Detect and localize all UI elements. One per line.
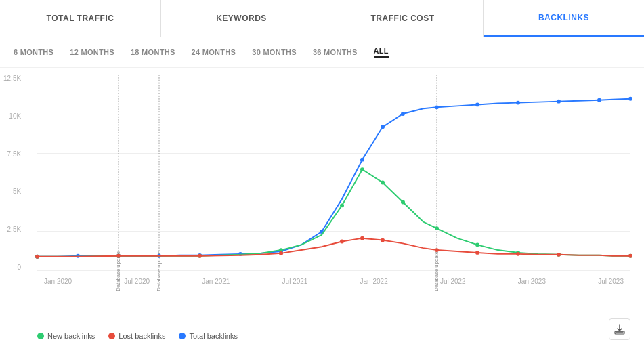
svg-point-28 <box>360 167 364 171</box>
time-filters: 6 MONTHS 12 MONTHS 18 MONTHS 24 MONTHS 3… <box>0 37 644 68</box>
svg-point-15 <box>381 125 385 129</box>
svg-point-38 <box>198 254 202 258</box>
x-label-jan2020: Jan 2020 <box>44 278 72 285</box>
legend-new-backlinks: New backlinks <box>37 332 95 340</box>
svg-point-27 <box>340 203 344 207</box>
y-label-0: 0 <box>18 263 22 271</box>
legend-total-backlinks: Total backlinks <box>179 332 238 340</box>
chart-container: 12.5K 10K 7.5K 5K 2.5K 0 Da <box>37 75 630 291</box>
tab-backlinks[interactable]: BACKLINKS <box>484 0 644 37</box>
filter-12m[interactable]: 12 MONTHS <box>70 48 114 56</box>
total-backlinks-line <box>37 99 630 257</box>
legend-label-lost: Lost backlinks <box>119 332 165 340</box>
legend-dot-new <box>37 333 44 339</box>
svg-point-17 <box>435 105 439 109</box>
legend-label-new: New backlinks <box>47 332 95 340</box>
svg-point-30 <box>401 200 405 205</box>
x-label-jan2022: Jan 2022 <box>360 278 388 285</box>
svg-point-39 <box>279 251 283 255</box>
filter-36m[interactable]: 36 MONTHS <box>313 48 358 56</box>
y-label-10k: 10K <box>9 112 21 120</box>
x-label-jul2023: Jul 2023 <box>598 278 624 285</box>
tab-keywords[interactable]: KEYWORDS <box>161 0 322 37</box>
y-axis: 12.5K 10K 7.5K 5K 2.5K 0 <box>3 75 21 271</box>
svg-point-36 <box>35 255 39 259</box>
x-label-jul2021: Jul 2021 <box>282 278 308 285</box>
legend-lost-backlinks: Lost backlinks <box>108 332 165 340</box>
svg-point-18 <box>475 103 479 107</box>
tab-total-traffic[interactable]: TOTAL TRAFFIC <box>0 0 161 37</box>
y-label-75k: 7.5K <box>7 150 22 158</box>
svg-point-37 <box>116 254 121 258</box>
svg-point-20 <box>557 100 561 104</box>
svg-point-21 <box>597 98 601 102</box>
legend-dot-lost <box>108 333 115 339</box>
svg-point-16 <box>401 112 405 116</box>
x-label-jul2022: Jul 2022 <box>440 278 466 285</box>
svg-point-19 <box>516 101 520 105</box>
filter-18m[interactable]: 18 MONTHS <box>131 48 175 56</box>
export-button[interactable] <box>609 318 630 340</box>
svg-point-43 <box>435 248 439 252</box>
x-label-jul2020: Jul 2020 <box>124 278 150 285</box>
svg-point-44 <box>475 251 479 255</box>
svg-point-45 <box>516 252 520 256</box>
svg-point-22 <box>628 97 632 101</box>
y-label-5k: 5K <box>13 188 21 195</box>
svg-point-40 <box>340 240 344 244</box>
svg-point-41 <box>360 236 364 240</box>
y-label-25k: 2.5K <box>7 226 22 233</box>
svg-point-46 <box>557 253 561 257</box>
legend-label-total: Total backlinks <box>189 332 238 340</box>
filter-6m[interactable]: 6 MONTHS <box>14 48 53 56</box>
filter-all[interactable]: ALL <box>374 47 389 58</box>
x-label-jan2023: Jan 2023 <box>518 278 546 285</box>
y-label-125k: 12.5K <box>3 75 21 82</box>
x-axis: Jan 2020 Jul 2020 Jan 2021 Jul 2021 Jan … <box>37 271 630 291</box>
svg-point-47 <box>628 254 632 258</box>
svg-point-31 <box>435 226 439 230</box>
x-label-jan2021: Jan 2021 <box>202 278 230 285</box>
chart-svg: Database update Database update Database… <box>37 75 630 271</box>
svg-point-29 <box>381 181 385 185</box>
filter-30m[interactable]: 30 MONTHS <box>252 48 297 56</box>
chart-legend: New backlinks Lost backlinks Total backl… <box>37 332 238 340</box>
svg-point-14 <box>360 158 364 162</box>
chart-wrapper: 12.5K 10K 7.5K 5K 2.5K 0 Da <box>0 68 644 347</box>
svg-point-32 <box>475 242 479 247</box>
export-icon <box>614 324 625 335</box>
filter-24m[interactable]: 24 MONTHS <box>192 48 236 56</box>
tab-traffic-cost[interactable]: TRAFFIC COST <box>322 0 484 37</box>
chart-area: 12.5K 10K 7.5K 5K 2.5K 0 Da <box>0 68 644 332</box>
legend-dot-total <box>179 333 186 339</box>
svg-point-42 <box>381 238 385 242</box>
tabs-bar: TOTAL TRAFFIC KEYWORDS TRAFFIC COST BACK… <box>0 0 644 37</box>
